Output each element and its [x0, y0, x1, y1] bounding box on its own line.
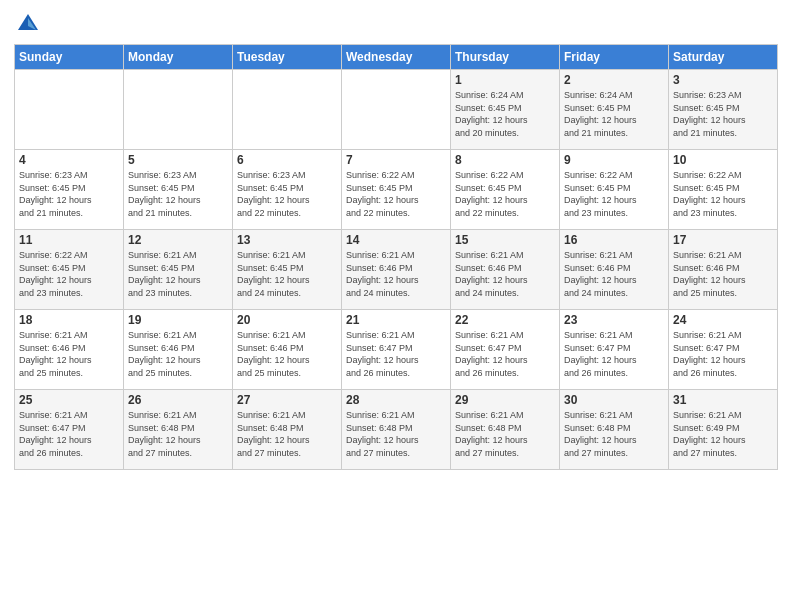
day-cell: 12Sunrise: 6:21 AM Sunset: 6:45 PM Dayli… — [124, 230, 233, 310]
day-cell — [233, 70, 342, 150]
day-cell: 21Sunrise: 6:21 AM Sunset: 6:47 PM Dayli… — [342, 310, 451, 390]
day-number: 21 — [346, 313, 446, 327]
day-cell: 7Sunrise: 6:22 AM Sunset: 6:45 PM Daylig… — [342, 150, 451, 230]
column-header-monday: Monday — [124, 45, 233, 70]
week-row-3: 11Sunrise: 6:22 AM Sunset: 6:45 PM Dayli… — [15, 230, 778, 310]
day-cell: 5Sunrise: 6:23 AM Sunset: 6:45 PM Daylig… — [124, 150, 233, 230]
day-info: Sunrise: 6:21 AM Sunset: 6:45 PM Dayligh… — [128, 249, 228, 299]
day-info: Sunrise: 6:21 AM Sunset: 6:46 PM Dayligh… — [237, 329, 337, 379]
calendar-body: 1Sunrise: 6:24 AM Sunset: 6:45 PM Daylig… — [15, 70, 778, 470]
day-number: 4 — [19, 153, 119, 167]
calendar-table: SundayMondayTuesdayWednesdayThursdayFrid… — [14, 44, 778, 470]
day-number: 22 — [455, 313, 555, 327]
day-cell: 14Sunrise: 6:21 AM Sunset: 6:46 PM Dayli… — [342, 230, 451, 310]
day-number: 2 — [564, 73, 664, 87]
day-info: Sunrise: 6:22 AM Sunset: 6:45 PM Dayligh… — [564, 169, 664, 219]
day-number: 27 — [237, 393, 337, 407]
day-info: Sunrise: 6:21 AM Sunset: 6:46 PM Dayligh… — [564, 249, 664, 299]
day-info: Sunrise: 6:23 AM Sunset: 6:45 PM Dayligh… — [128, 169, 228, 219]
day-number: 13 — [237, 233, 337, 247]
day-cell — [342, 70, 451, 150]
day-number: 5 — [128, 153, 228, 167]
day-number: 14 — [346, 233, 446, 247]
day-number: 6 — [237, 153, 337, 167]
day-cell: 24Sunrise: 6:21 AM Sunset: 6:47 PM Dayli… — [669, 310, 778, 390]
day-cell: 30Sunrise: 6:21 AM Sunset: 6:48 PM Dayli… — [560, 390, 669, 470]
day-cell: 23Sunrise: 6:21 AM Sunset: 6:47 PM Dayli… — [560, 310, 669, 390]
day-cell: 3Sunrise: 6:23 AM Sunset: 6:45 PM Daylig… — [669, 70, 778, 150]
day-cell: 19Sunrise: 6:21 AM Sunset: 6:46 PM Dayli… — [124, 310, 233, 390]
day-info: Sunrise: 6:21 AM Sunset: 6:46 PM Dayligh… — [346, 249, 446, 299]
day-info: Sunrise: 6:22 AM Sunset: 6:45 PM Dayligh… — [455, 169, 555, 219]
day-number: 30 — [564, 393, 664, 407]
day-cell: 20Sunrise: 6:21 AM Sunset: 6:46 PM Dayli… — [233, 310, 342, 390]
day-info: Sunrise: 6:21 AM Sunset: 6:47 PM Dayligh… — [455, 329, 555, 379]
week-row-2: 4Sunrise: 6:23 AM Sunset: 6:45 PM Daylig… — [15, 150, 778, 230]
day-number: 26 — [128, 393, 228, 407]
day-number: 18 — [19, 313, 119, 327]
day-info: Sunrise: 6:21 AM Sunset: 6:47 PM Dayligh… — [673, 329, 773, 379]
day-number: 7 — [346, 153, 446, 167]
logo — [14, 10, 46, 38]
day-cell: 16Sunrise: 6:21 AM Sunset: 6:46 PM Dayli… — [560, 230, 669, 310]
day-number: 12 — [128, 233, 228, 247]
day-info: Sunrise: 6:21 AM Sunset: 6:48 PM Dayligh… — [346, 409, 446, 459]
day-cell: 8Sunrise: 6:22 AM Sunset: 6:45 PM Daylig… — [451, 150, 560, 230]
day-cell: 4Sunrise: 6:23 AM Sunset: 6:45 PM Daylig… — [15, 150, 124, 230]
day-info: Sunrise: 6:21 AM Sunset: 6:46 PM Dayligh… — [673, 249, 773, 299]
calendar-header: SundayMondayTuesdayWednesdayThursdayFrid… — [15, 45, 778, 70]
day-cell: 27Sunrise: 6:21 AM Sunset: 6:48 PM Dayli… — [233, 390, 342, 470]
week-row-5: 25Sunrise: 6:21 AM Sunset: 6:47 PM Dayli… — [15, 390, 778, 470]
day-info: Sunrise: 6:21 AM Sunset: 6:47 PM Dayligh… — [346, 329, 446, 379]
day-info: Sunrise: 6:22 AM Sunset: 6:45 PM Dayligh… — [346, 169, 446, 219]
day-cell: 1Sunrise: 6:24 AM Sunset: 6:45 PM Daylig… — [451, 70, 560, 150]
page-header — [14, 10, 778, 38]
day-info: Sunrise: 6:22 AM Sunset: 6:45 PM Dayligh… — [19, 249, 119, 299]
column-header-sunday: Sunday — [15, 45, 124, 70]
day-info: Sunrise: 6:24 AM Sunset: 6:45 PM Dayligh… — [564, 89, 664, 139]
day-cell: 26Sunrise: 6:21 AM Sunset: 6:48 PM Dayli… — [124, 390, 233, 470]
day-info: Sunrise: 6:21 AM Sunset: 6:45 PM Dayligh… — [237, 249, 337, 299]
day-number: 1 — [455, 73, 555, 87]
day-number: 10 — [673, 153, 773, 167]
day-info: Sunrise: 6:21 AM Sunset: 6:48 PM Dayligh… — [564, 409, 664, 459]
day-number: 19 — [128, 313, 228, 327]
day-number: 15 — [455, 233, 555, 247]
day-cell: 9Sunrise: 6:22 AM Sunset: 6:45 PM Daylig… — [560, 150, 669, 230]
day-number: 25 — [19, 393, 119, 407]
day-cell: 6Sunrise: 6:23 AM Sunset: 6:45 PM Daylig… — [233, 150, 342, 230]
column-header-friday: Friday — [560, 45, 669, 70]
day-info: Sunrise: 6:22 AM Sunset: 6:45 PM Dayligh… — [673, 169, 773, 219]
day-info: Sunrise: 6:23 AM Sunset: 6:45 PM Dayligh… — [19, 169, 119, 219]
day-number: 28 — [346, 393, 446, 407]
day-number: 20 — [237, 313, 337, 327]
day-info: Sunrise: 6:23 AM Sunset: 6:45 PM Dayligh… — [673, 89, 773, 139]
day-number: 23 — [564, 313, 664, 327]
column-header-saturday: Saturday — [669, 45, 778, 70]
header-row: SundayMondayTuesdayWednesdayThursdayFrid… — [15, 45, 778, 70]
day-number: 9 — [564, 153, 664, 167]
day-cell: 2Sunrise: 6:24 AM Sunset: 6:45 PM Daylig… — [560, 70, 669, 150]
day-info: Sunrise: 6:23 AM Sunset: 6:45 PM Dayligh… — [237, 169, 337, 219]
day-info: Sunrise: 6:21 AM Sunset: 6:46 PM Dayligh… — [455, 249, 555, 299]
page-container: SundayMondayTuesdayWednesdayThursdayFrid… — [0, 0, 792, 480]
day-number: 11 — [19, 233, 119, 247]
day-number: 31 — [673, 393, 773, 407]
day-cell: 28Sunrise: 6:21 AM Sunset: 6:48 PM Dayli… — [342, 390, 451, 470]
day-cell: 25Sunrise: 6:21 AM Sunset: 6:47 PM Dayli… — [15, 390, 124, 470]
day-cell: 10Sunrise: 6:22 AM Sunset: 6:45 PM Dayli… — [669, 150, 778, 230]
day-cell: 31Sunrise: 6:21 AM Sunset: 6:49 PM Dayli… — [669, 390, 778, 470]
day-info: Sunrise: 6:21 AM Sunset: 6:46 PM Dayligh… — [128, 329, 228, 379]
day-cell: 13Sunrise: 6:21 AM Sunset: 6:45 PM Dayli… — [233, 230, 342, 310]
day-number: 8 — [455, 153, 555, 167]
day-number: 24 — [673, 313, 773, 327]
day-number: 29 — [455, 393, 555, 407]
day-cell: 18Sunrise: 6:21 AM Sunset: 6:46 PM Dayli… — [15, 310, 124, 390]
day-cell — [15, 70, 124, 150]
day-cell: 15Sunrise: 6:21 AM Sunset: 6:46 PM Dayli… — [451, 230, 560, 310]
column-header-wednesday: Wednesday — [342, 45, 451, 70]
week-row-4: 18Sunrise: 6:21 AM Sunset: 6:46 PM Dayli… — [15, 310, 778, 390]
day-number: 3 — [673, 73, 773, 87]
day-cell: 11Sunrise: 6:22 AM Sunset: 6:45 PM Dayli… — [15, 230, 124, 310]
column-header-tuesday: Tuesday — [233, 45, 342, 70]
